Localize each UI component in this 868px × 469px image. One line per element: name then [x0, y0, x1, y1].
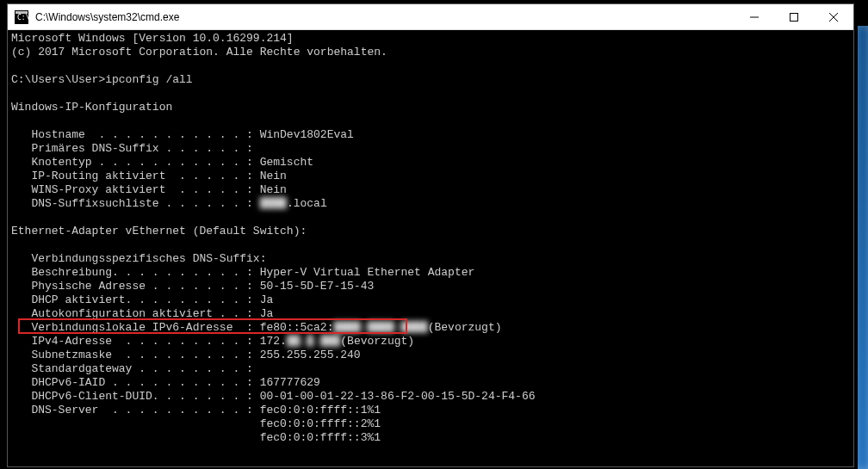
ipv6-row: Verbindungslokale IPv6-Adresse : fe80::5… — [11, 321, 850, 335]
connspec-row: Verbindungsspezifisches DNS-Suffix: — [11, 252, 850, 266]
gateway-row: Standardgateway . . . . . . . . : — [11, 362, 850, 376]
maximize-button[interactable] — [774, 4, 814, 29]
console-output[interactable]: Microsoft Windows [Version 10.0.16299.21… — [8, 30, 853, 466]
winsproxy-row: WINS-Proxy aktiviert . . . . . : Nein — [11, 183, 850, 197]
dnsserver-row3: fec0:0:0:ffff::3%1 — [11, 431, 850, 445]
svg-rect-4 — [790, 13, 798, 21]
titlebar[interactable]: C:\ C:\Windows\system32\cmd.exe — [8, 4, 853, 30]
dnssuffixlist-row: DNS-Suffixsuchliste . . . . . . : ████.l… — [11, 197, 850, 211]
iprouting-row: IP-Routing aktiviert . . . . . : Nein — [11, 170, 850, 183]
version-line: Microsoft Windows [Version 10.0.16299.21… — [11, 32, 850, 46]
cmd-window: C:\ C:\Windows\system32\cmd.exe Microsof… — [7, 3, 854, 467]
ipv4-row: IPv4-Adresse . . . . . . . . . : 172.██.… — [11, 335, 850, 349]
prompt-line: C:\Users\User>ipconfig /all — [11, 73, 850, 87]
cmd-icon: C:\ — [15, 10, 28, 24]
duid-row: DHCPv6-Client-DUID. . . . . . . : 00-01-… — [11, 390, 850, 404]
dnsserver-row2: fec0:0:0:ffff::2%1 — [11, 417, 850, 431]
minimize-button[interactable] — [735, 4, 774, 29]
adapter-section: Ethernet-Adapter vEthernet (Default Swit… — [11, 225, 850, 238]
desktop-background — [858, 26, 868, 469]
dns-suffix-row: Primäres DNS-Suffix . . . . . . : — [11, 142, 850, 156]
description-row: Beschreibung. . . . . . . . . . : Hyper-… — [11, 266, 850, 280]
copyright-line: (c) 2017 Microsoft Corporation. Alle Rec… — [11, 46, 850, 59]
physical-address-row: Physische Adresse . . . . . . . : 50-15-… — [11, 280, 850, 293]
subnet-row: Subnetzmaske . . . . . . . . . : 255.255… — [11, 349, 850, 362]
svg-text:C:\: C:\ — [17, 14, 28, 22]
window-title: C:\Windows\system32\cmd.exe — [35, 11, 735, 23]
close-button[interactable] — [814, 4, 853, 29]
autoconf-row: Autokonfiguration aktiviert . . : Ja — [11, 307, 850, 321]
nodetype-row: Knotentyp . . . . . . . . . . . : Gemisc… — [11, 156, 850, 170]
dhcp-row: DHCP aktiviert. . . . . . . . . : Ja — [11, 293, 850, 307]
dnsserver-row1: DNS-Server . . . . . . . . . . : fec0:0:… — [11, 404, 850, 417]
titlebar-controls — [735, 4, 853, 29]
ipconfig-section: Windows-IP-Konfiguration — [11, 101, 850, 114]
iaid-row: DHCPv6-IAID . . . . . . . . . . : 167777… — [11, 376, 850, 390]
hostname-row: Hostname . . . . . . . . . . . : WinDev1… — [11, 128, 850, 142]
